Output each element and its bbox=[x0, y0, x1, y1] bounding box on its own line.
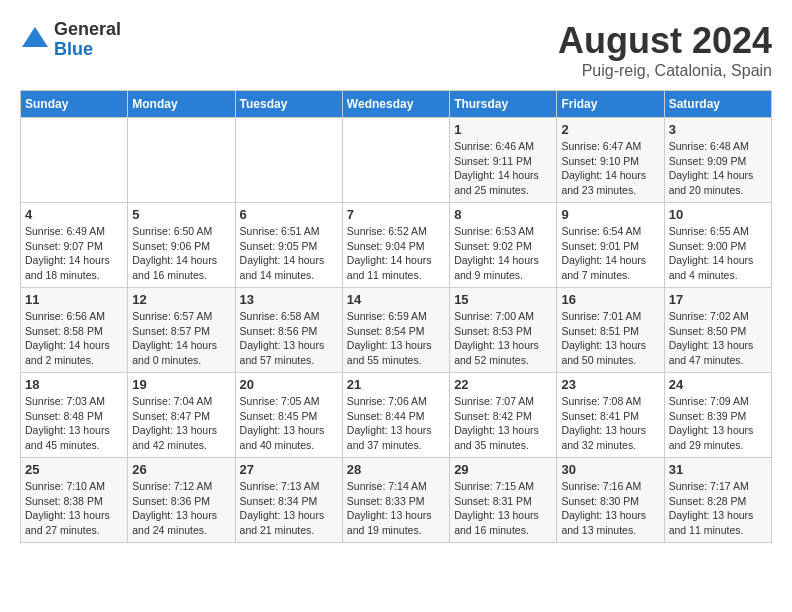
calendar-cell bbox=[21, 118, 128, 203]
calendar-cell: 12Sunrise: 6:57 AM Sunset: 8:57 PM Dayli… bbox=[128, 288, 235, 373]
day-number: 24 bbox=[669, 377, 767, 392]
svg-marker-0 bbox=[22, 27, 48, 47]
calendar-week-row: 1Sunrise: 6:46 AM Sunset: 9:11 PM Daylig… bbox=[21, 118, 772, 203]
day-info: Sunrise: 6:51 AM Sunset: 9:05 PM Dayligh… bbox=[240, 224, 338, 283]
calendar-cell: 3Sunrise: 6:48 AM Sunset: 9:09 PM Daylig… bbox=[664, 118, 771, 203]
calendar-cell: 27Sunrise: 7:13 AM Sunset: 8:34 PM Dayli… bbox=[235, 458, 342, 543]
day-info: Sunrise: 7:03 AM Sunset: 8:48 PM Dayligh… bbox=[25, 394, 123, 453]
day-number: 18 bbox=[25, 377, 123, 392]
day-number: 16 bbox=[561, 292, 659, 307]
day-header-friday: Friday bbox=[557, 91, 664, 118]
day-info: Sunrise: 6:55 AM Sunset: 9:00 PM Dayligh… bbox=[669, 224, 767, 283]
calendar-week-row: 25Sunrise: 7:10 AM Sunset: 8:38 PM Dayli… bbox=[21, 458, 772, 543]
day-header-thursday: Thursday bbox=[450, 91, 557, 118]
day-info: Sunrise: 7:05 AM Sunset: 8:45 PM Dayligh… bbox=[240, 394, 338, 453]
calendar-cell: 7Sunrise: 6:52 AM Sunset: 9:04 PM Daylig… bbox=[342, 203, 449, 288]
day-number: 29 bbox=[454, 462, 552, 477]
logo-icon bbox=[20, 25, 50, 55]
day-info: Sunrise: 7:01 AM Sunset: 8:51 PM Dayligh… bbox=[561, 309, 659, 368]
day-info: Sunrise: 6:52 AM Sunset: 9:04 PM Dayligh… bbox=[347, 224, 445, 283]
day-number: 25 bbox=[25, 462, 123, 477]
day-info: Sunrise: 7:16 AM Sunset: 8:30 PM Dayligh… bbox=[561, 479, 659, 538]
day-info: Sunrise: 6:54 AM Sunset: 9:01 PM Dayligh… bbox=[561, 224, 659, 283]
calendar-cell bbox=[128, 118, 235, 203]
day-number: 31 bbox=[669, 462, 767, 477]
day-info: Sunrise: 7:07 AM Sunset: 8:42 PM Dayligh… bbox=[454, 394, 552, 453]
calendar-cell: 13Sunrise: 6:58 AM Sunset: 8:56 PM Dayli… bbox=[235, 288, 342, 373]
calendar-cell: 20Sunrise: 7:05 AM Sunset: 8:45 PM Dayli… bbox=[235, 373, 342, 458]
day-number: 15 bbox=[454, 292, 552, 307]
day-info: Sunrise: 7:09 AM Sunset: 8:39 PM Dayligh… bbox=[669, 394, 767, 453]
day-info: Sunrise: 7:04 AM Sunset: 8:47 PM Dayligh… bbox=[132, 394, 230, 453]
calendar-table: SundayMondayTuesdayWednesdayThursdayFrid… bbox=[20, 90, 772, 543]
day-info: Sunrise: 6:58 AM Sunset: 8:56 PM Dayligh… bbox=[240, 309, 338, 368]
calendar-cell: 31Sunrise: 7:17 AM Sunset: 8:28 PM Dayli… bbox=[664, 458, 771, 543]
day-info: Sunrise: 6:57 AM Sunset: 8:57 PM Dayligh… bbox=[132, 309, 230, 368]
calendar-cell: 10Sunrise: 6:55 AM Sunset: 9:00 PM Dayli… bbox=[664, 203, 771, 288]
day-header-sunday: Sunday bbox=[21, 91, 128, 118]
day-number: 17 bbox=[669, 292, 767, 307]
subtitle: Puig-reig, Catalonia, Spain bbox=[558, 62, 772, 80]
day-number: 3 bbox=[669, 122, 767, 137]
calendar-header: SundayMondayTuesdayWednesdayThursdayFrid… bbox=[21, 91, 772, 118]
day-number: 1 bbox=[454, 122, 552, 137]
day-header-saturday: Saturday bbox=[664, 91, 771, 118]
day-header-tuesday: Tuesday bbox=[235, 91, 342, 118]
calendar-cell: 5Sunrise: 6:50 AM Sunset: 9:06 PM Daylig… bbox=[128, 203, 235, 288]
calendar-cell: 11Sunrise: 6:56 AM Sunset: 8:58 PM Dayli… bbox=[21, 288, 128, 373]
calendar-cell: 1Sunrise: 6:46 AM Sunset: 9:11 PM Daylig… bbox=[450, 118, 557, 203]
day-info: Sunrise: 7:12 AM Sunset: 8:36 PM Dayligh… bbox=[132, 479, 230, 538]
calendar-cell: 9Sunrise: 6:54 AM Sunset: 9:01 PM Daylig… bbox=[557, 203, 664, 288]
calendar-cell: 16Sunrise: 7:01 AM Sunset: 8:51 PM Dayli… bbox=[557, 288, 664, 373]
day-info: Sunrise: 7:08 AM Sunset: 8:41 PM Dayligh… bbox=[561, 394, 659, 453]
day-info: Sunrise: 7:02 AM Sunset: 8:50 PM Dayligh… bbox=[669, 309, 767, 368]
calendar-cell: 23Sunrise: 7:08 AM Sunset: 8:41 PM Dayli… bbox=[557, 373, 664, 458]
day-number: 26 bbox=[132, 462, 230, 477]
day-number: 4 bbox=[25, 207, 123, 222]
calendar-cell: 26Sunrise: 7:12 AM Sunset: 8:36 PM Dayli… bbox=[128, 458, 235, 543]
calendar-cell: 2Sunrise: 6:47 AM Sunset: 9:10 PM Daylig… bbox=[557, 118, 664, 203]
day-number: 11 bbox=[25, 292, 123, 307]
calendar-cell: 6Sunrise: 6:51 AM Sunset: 9:05 PM Daylig… bbox=[235, 203, 342, 288]
calendar-cell: 4Sunrise: 6:49 AM Sunset: 9:07 PM Daylig… bbox=[21, 203, 128, 288]
day-number: 23 bbox=[561, 377, 659, 392]
logo: General Blue bbox=[20, 20, 121, 60]
day-info: Sunrise: 7:13 AM Sunset: 8:34 PM Dayligh… bbox=[240, 479, 338, 538]
calendar-body: 1Sunrise: 6:46 AM Sunset: 9:11 PM Daylig… bbox=[21, 118, 772, 543]
day-number: 20 bbox=[240, 377, 338, 392]
day-number: 13 bbox=[240, 292, 338, 307]
day-number: 22 bbox=[454, 377, 552, 392]
day-info: Sunrise: 7:17 AM Sunset: 8:28 PM Dayligh… bbox=[669, 479, 767, 538]
calendar-cell: 19Sunrise: 7:04 AM Sunset: 8:47 PM Dayli… bbox=[128, 373, 235, 458]
day-header-wednesday: Wednesday bbox=[342, 91, 449, 118]
days-header-row: SundayMondayTuesdayWednesdayThursdayFrid… bbox=[21, 91, 772, 118]
day-number: 30 bbox=[561, 462, 659, 477]
day-number: 27 bbox=[240, 462, 338, 477]
day-number: 14 bbox=[347, 292, 445, 307]
calendar-cell: 30Sunrise: 7:16 AM Sunset: 8:30 PM Dayli… bbox=[557, 458, 664, 543]
calendar-cell bbox=[342, 118, 449, 203]
day-info: Sunrise: 7:00 AM Sunset: 8:53 PM Dayligh… bbox=[454, 309, 552, 368]
calendar-cell: 18Sunrise: 7:03 AM Sunset: 8:48 PM Dayli… bbox=[21, 373, 128, 458]
calendar-week-row: 11Sunrise: 6:56 AM Sunset: 8:58 PM Dayli… bbox=[21, 288, 772, 373]
day-info: Sunrise: 6:56 AM Sunset: 8:58 PM Dayligh… bbox=[25, 309, 123, 368]
day-number: 2 bbox=[561, 122, 659, 137]
day-info: Sunrise: 6:53 AM Sunset: 9:02 PM Dayligh… bbox=[454, 224, 552, 283]
calendar-cell: 14Sunrise: 6:59 AM Sunset: 8:54 PM Dayli… bbox=[342, 288, 449, 373]
page-header: General Blue August 2024 Puig-reig, Cata… bbox=[20, 20, 772, 80]
calendar-week-row: 18Sunrise: 7:03 AM Sunset: 8:48 PM Dayli… bbox=[21, 373, 772, 458]
day-number: 9 bbox=[561, 207, 659, 222]
calendar-cell: 21Sunrise: 7:06 AM Sunset: 8:44 PM Dayli… bbox=[342, 373, 449, 458]
day-number: 28 bbox=[347, 462, 445, 477]
day-number: 10 bbox=[669, 207, 767, 222]
day-header-monday: Monday bbox=[128, 91, 235, 118]
day-info: Sunrise: 7:14 AM Sunset: 8:33 PM Dayligh… bbox=[347, 479, 445, 538]
calendar-cell: 29Sunrise: 7:15 AM Sunset: 8:31 PM Dayli… bbox=[450, 458, 557, 543]
day-number: 8 bbox=[454, 207, 552, 222]
day-info: Sunrise: 6:47 AM Sunset: 9:10 PM Dayligh… bbox=[561, 139, 659, 198]
day-info: Sunrise: 7:15 AM Sunset: 8:31 PM Dayligh… bbox=[454, 479, 552, 538]
calendar-cell: 22Sunrise: 7:07 AM Sunset: 8:42 PM Dayli… bbox=[450, 373, 557, 458]
day-info: Sunrise: 6:46 AM Sunset: 9:11 PM Dayligh… bbox=[454, 139, 552, 198]
main-title: August 2024 bbox=[558, 20, 772, 62]
day-number: 12 bbox=[132, 292, 230, 307]
